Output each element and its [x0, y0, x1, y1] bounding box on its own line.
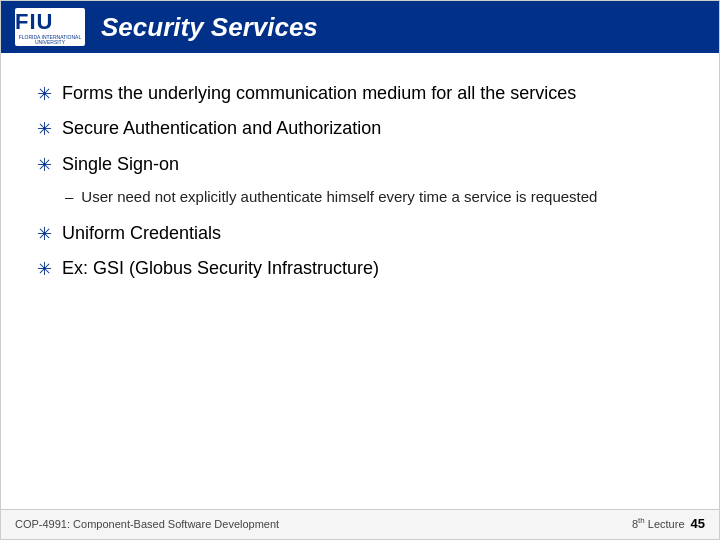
logo-box: FIU FLORIDA INTERNATIONAL UNIVERSITY — [15, 8, 85, 46]
course-label: COP-4991: Component-Based Software Devel… — [15, 518, 279, 530]
sub-bullet-list: – User need not explicitly authenticate … — [65, 187, 683, 211]
slide: FIU FLORIDA INTERNATIONAL UNIVERSITY Sec… — [0, 0, 720, 540]
list-item: ✳ Secure Authentication and Authorizatio… — [37, 116, 683, 141]
bullet-text: Secure Authentication and Authorization — [62, 116, 381, 140]
second-bullet-list: ✳ Uniform Credentials ✳ Ex: GSI (Globus … — [37, 221, 683, 292]
logo-text: FIU — [15, 9, 85, 35]
bullet-star-icon: ✳ — [37, 222, 52, 246]
sub-dash: – — [65, 187, 73, 207]
slide-header: FIU FLORIDA INTERNATIONAL UNIVERSITY Sec… — [1, 1, 719, 53]
bullet-text: Ex: GSI (Globus Security Infrastructure) — [62, 256, 379, 280]
bullet-star-icon: ✳ — [37, 117, 52, 141]
sub-bullet-text: User need not explicitly authenticate hi… — [81, 187, 597, 207]
bullet-text: Single Sign-on — [62, 152, 179, 176]
list-item: ✳ Forms the underlying communication med… — [37, 81, 683, 106]
list-item: ✳ Uniform Credentials — [37, 221, 683, 246]
bullet-text: Forms the underlying communication mediu… — [62, 81, 576, 105]
logo-subtext: FLORIDA INTERNATIONAL UNIVERSITY — [15, 35, 85, 46]
page-number: 45 — [691, 516, 705, 531]
footer-right: 8th Lecture 45 — [632, 516, 705, 531]
slide-content: ✳ Forms the underlying communication med… — [1, 53, 719, 509]
logo-area: FIU FLORIDA INTERNATIONAL UNIVERSITY — [15, 8, 85, 46]
list-item: ✳ Single Sign-on — [37, 152, 683, 177]
list-item: ✳ Ex: GSI (Globus Security Infrastructur… — [37, 256, 683, 281]
bullet-star-icon: ✳ — [37, 153, 52, 177]
main-bullet-list: ✳ Forms the underlying communication med… — [37, 81, 683, 187]
bullet-text: Uniform Credentials — [62, 221, 221, 245]
slide-title: Security Services — [101, 12, 318, 43]
list-item: – User need not explicitly authenticate … — [65, 187, 683, 207]
bullet-star-icon: ✳ — [37, 82, 52, 106]
bullet-star-icon: ✳ — [37, 257, 52, 281]
lecture-label: 8th Lecture — [632, 516, 685, 530]
slide-footer: COP-4991: Component-Based Software Devel… — [1, 509, 719, 539]
